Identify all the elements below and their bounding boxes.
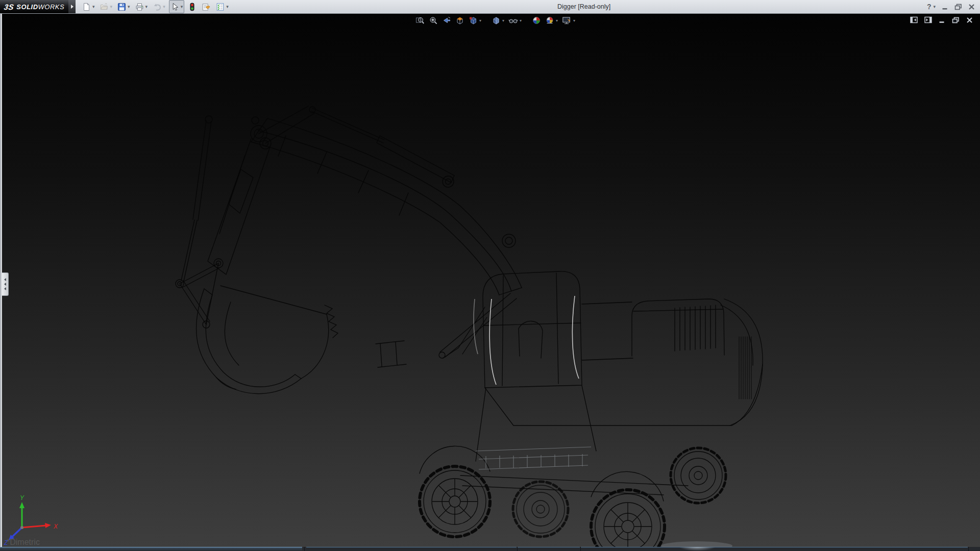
dropdown-caret-icon[interactable]: ▾: [573, 18, 575, 23]
display-style-icon: [492, 16, 501, 25]
file-properties-button[interactable]: [200, 0, 212, 13]
toolbar-flyout-button[interactable]: [68, 0, 76, 13]
select-cursor-icon: [170, 3, 179, 11]
save-floppy-icon: [117, 3, 126, 11]
file-properties-icon: [202, 3, 211, 11]
titlebar: 3S SOLIDWORKS ▾ ▾: [0, 0, 980, 14]
rebuild-button[interactable]: [186, 0, 198, 13]
save-button[interactable]: ▾: [116, 0, 132, 13]
headsup-view-toolbar: ▾ ▾ ▾: [414, 14, 576, 27]
dropdown-caret-icon[interactable]: ▾: [163, 5, 165, 9]
view-orientation-icon: [469, 16, 478, 25]
zoom-to-area-icon: [429, 16, 438, 25]
dropdown-caret-icon[interactable]: ▾: [520, 18, 522, 23]
dropdown-caret-icon[interactable]: ▾: [181, 5, 183, 9]
dropdown-caret-icon[interactable]: ▾: [556, 18, 558, 23]
zoom-to-fit-button[interactable]: [414, 15, 426, 26]
section-view-icon: [455, 16, 464, 25]
print-button[interactable]: ▾: [134, 0, 150, 13]
previous-view-button[interactable]: [441, 15, 452, 26]
view-settings-button[interactable]: ▾: [561, 15, 576, 26]
solidworks-window: 3S SOLIDWORKS ▾ ▾: [0, 0, 980, 551]
taskbar-segment[interactable]: [306, 547, 517, 551]
undo-button[interactable]: ▾: [151, 0, 167, 13]
doc-restore-icon[interactable]: [952, 17, 960, 23]
edit-appearance-button[interactable]: [531, 15, 542, 26]
collapse-arrow-icon: [4, 278, 6, 281]
eyeglasses-icon: [508, 16, 518, 25]
options-checklist-icon: [216, 3, 225, 11]
open-button[interactable]: ▾: [99, 0, 114, 13]
next-window-icon[interactable]: [924, 16, 932, 23]
zoom-to-fit-icon: [415, 16, 425, 25]
new-document-icon: [82, 3, 91, 11]
featuremanager-pane-handle[interactable]: [2, 272, 9, 296]
undo-arrow-icon: [153, 3, 161, 11]
window-title: Digger [Read-only]: [557, 3, 610, 10]
dropdown-caret-icon[interactable]: ▾: [128, 5, 130, 9]
window-controls: ? ▾: [927, 0, 975, 13]
help-dropdown-caret-icon[interactable]: ▾: [933, 4, 936, 9]
view-orientation-button[interactable]: ▾: [468, 15, 482, 26]
previous-window-icon[interactable]: [910, 16, 918, 23]
collapse-arrow-icon: [4, 283, 6, 286]
dropdown-caret-icon[interactable]: ▾: [145, 5, 148, 9]
help-icon[interactable]: ?: [927, 3, 932, 11]
dropdown-caret-icon[interactable]: ▾: [92, 5, 95, 9]
printer-icon: [135, 3, 144, 11]
document-window-controls: [910, 16, 973, 23]
hide-show-items-button[interactable]: ▾: [507, 15, 523, 26]
dropdown-caret-icon[interactable]: ▾: [226, 5, 229, 9]
triad-y-label: Y: [20, 495, 24, 502]
taskbar-separator: [517, 547, 518, 551]
apply-scene-button[interactable]: ▾: [544, 15, 559, 26]
select-button[interactable]: ▾: [169, 0, 185, 13]
model-wireframe-digger[interactable]: [0, 13, 980, 547]
taskbar-segment[interactable]: [518, 547, 580, 551]
solidworks-logo: 3S SOLIDWORKS: [0, 0, 68, 13]
taskbar-active-segment[interactable]: [0, 547, 302, 551]
dropdown-caret-icon[interactable]: ▾: [479, 18, 481, 23]
view-settings-icon: [562, 16, 572, 25]
close-icon[interactable]: [968, 4, 975, 10]
taskbar-glow: [679, 547, 716, 551]
taskbar-sliver[interactable]: [0, 547, 980, 551]
new-button[interactable]: ▾: [81, 0, 96, 13]
options-button[interactable]: ▾: [214, 0, 230, 13]
display-style-button[interactable]: ▾: [491, 15, 505, 26]
brand-works: WORKS: [38, 3, 65, 11]
zoom-to-area-button[interactable]: [428, 15, 439, 26]
open-folder-icon: [100, 3, 109, 11]
brand-solid: SOLID: [16, 3, 38, 11]
dropdown-caret-icon[interactable]: ▾: [110, 5, 113, 9]
brand-mark: 3S: [4, 3, 15, 11]
apply-scene-icon: [545, 16, 554, 25]
traffic-light-icon: [188, 3, 197, 11]
flyout-arrow-icon: [71, 5, 74, 9]
appearance-ball-icon: [532, 16, 541, 25]
collapse-arrow-icon: [4, 287, 6, 290]
doc-close-icon[interactable]: [966, 17, 973, 23]
minimize-icon[interactable]: [942, 4, 948, 10]
doc-minimize-icon[interactable]: [939, 17, 945, 23]
standard-toolbar: ▾ ▾ ▾: [81, 0, 232, 13]
restore-icon[interactable]: [954, 4, 962, 10]
graphics-viewport[interactable]: ▾ ▾ ▾: [0, 13, 980, 547]
taskbar-separator: [968, 547, 969, 551]
previous-view-icon: [442, 16, 451, 25]
dropdown-caret-icon[interactable]: ▾: [502, 18, 504, 23]
view-orientation-label: *Dimetric: [7, 538, 40, 547]
triad-x-label: X: [53, 523, 58, 530]
taskbar-separator: [304, 547, 305, 551]
section-view-button[interactable]: [454, 15, 465, 26]
taskbar-separator: [580, 547, 581, 551]
taskbar-segment[interactable]: [581, 547, 968, 551]
